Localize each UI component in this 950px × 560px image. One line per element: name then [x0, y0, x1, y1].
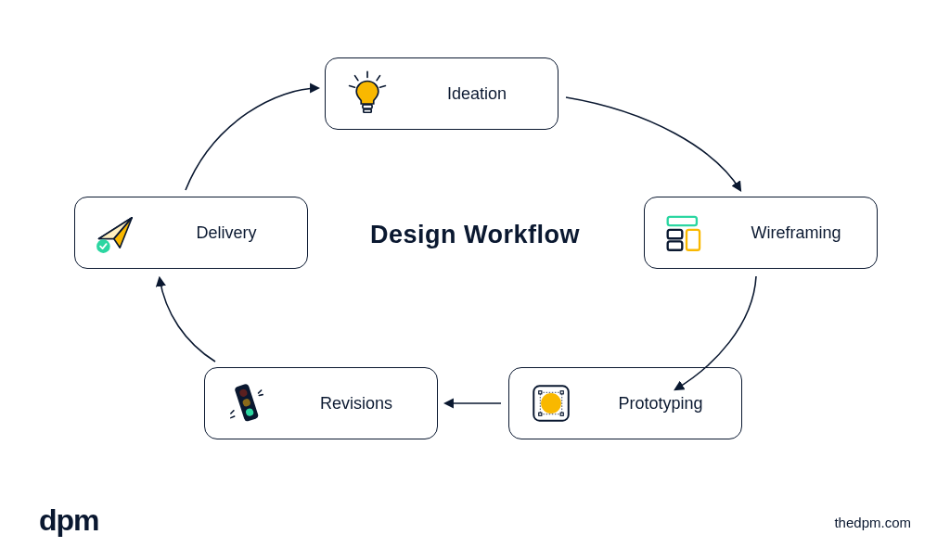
svg-line-1: [355, 76, 358, 81]
node-prototyping: Prototyping: [508, 367, 742, 439]
node-label: Ideation: [413, 84, 541, 104]
node-revisions: Revisions: [204, 367, 438, 439]
diagram-title: Design Workflow: [370, 221, 580, 249]
wireframe-icon: [661, 208, 712, 258]
svg-rect-7: [668, 217, 697, 225]
logo-text: dpm: [39, 503, 99, 538]
svg-rect-6: [364, 109, 371, 112]
svg-line-25: [259, 395, 263, 396]
node-label: Revisions: [292, 394, 420, 414]
node-ideation: Ideation: [325, 57, 558, 130]
svg-point-12: [541, 393, 561, 414]
svg-rect-10: [687, 230, 700, 250]
svg-line-3: [350, 86, 355, 88]
svg-point-27: [96, 239, 110, 253]
diagram-canvas: Design Workflow Ideation: [0, 0, 950, 560]
svg-rect-16: [539, 413, 542, 415]
svg-rect-15: [560, 391, 563, 394]
node-label: Delivery: [162, 223, 290, 243]
node-delivery: Delivery: [74, 197, 308, 269]
svg-line-24: [259, 390, 262, 393]
site-url: thedpm.com: [834, 515, 911, 530]
lightbulb-icon: [342, 69, 392, 119]
paper-plane-icon: [92, 208, 142, 258]
svg-rect-5: [363, 105, 372, 108]
svg-rect-9: [668, 241, 683, 249]
node-label: Prototyping: [597, 394, 725, 414]
svg-line-23: [231, 416, 235, 418]
svg-line-4: [380, 86, 386, 88]
svg-line-22: [231, 411, 234, 414]
prototype-icon: [526, 378, 576, 428]
svg-line-2: [377, 76, 379, 81]
svg-rect-8: [668, 230, 683, 238]
node-wireframing: Wireframing: [644, 197, 878, 269]
svg-rect-17: [560, 413, 563, 415]
traffic-light-icon: [222, 378, 272, 428]
node-label: Wireframing: [732, 223, 860, 243]
svg-rect-14: [539, 391, 542, 394]
